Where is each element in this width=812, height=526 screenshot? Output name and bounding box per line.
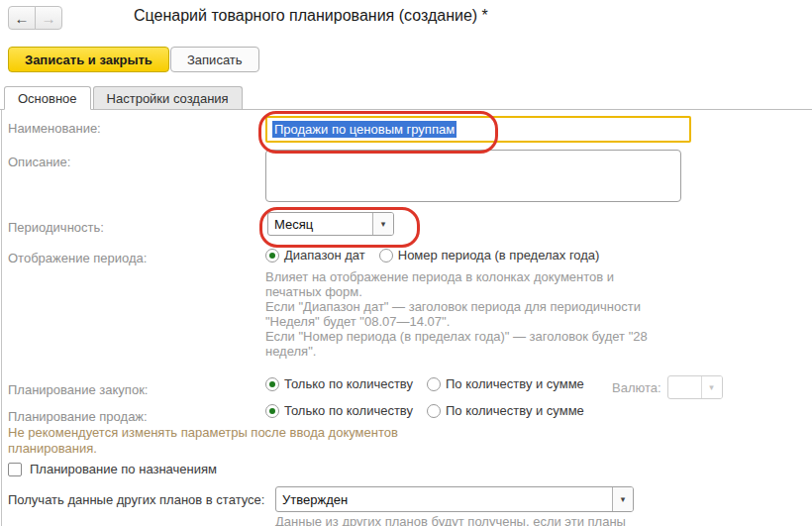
planning-by-purpose-row[interactable]: Планирование по назначениям bbox=[8, 462, 217, 476]
other-plans-status-label: Получать данные других планов в статусе: bbox=[8, 492, 264, 507]
radio-date-range-label: Диапазон дат bbox=[284, 248, 365, 263]
radio-period-number-label: Номер периода (в пределах года) bbox=[398, 248, 600, 263]
radio-date-range[interactable]: Диапазон дат bbox=[265, 248, 365, 263]
periodicity-label: Периодичность: bbox=[8, 220, 104, 235]
radio-unselected-icon[interactable] bbox=[427, 377, 441, 391]
chevron-down-icon[interactable]: ▾ bbox=[372, 213, 393, 235]
radio-sales-qty-sum[interactable]: По количеству и сумме bbox=[427, 403, 584, 418]
warning-text: Не рекомендуется изменять параметры посл… bbox=[8, 425, 454, 457]
pane-left-border bbox=[1, 109, 2, 526]
chevron-down-icon[interactable]: ▾ bbox=[612, 487, 633, 511]
chevron-down-icon: ▾ bbox=[701, 376, 722, 398]
radio-purchase-qty-only[interactable]: Только по количеству bbox=[265, 376, 413, 391]
currency-select: ▾ bbox=[667, 375, 723, 399]
save-button[interactable]: Записать bbox=[170, 47, 259, 72]
save-and-close-button[interactable]: Записать и закрыть bbox=[8, 47, 169, 72]
forward-arrow-icon[interactable]: → bbox=[35, 6, 62, 30]
radio-selected-icon[interactable] bbox=[265, 377, 279, 391]
radio-sales-qty-sum-label: По количеству и сумме bbox=[446, 403, 584, 418]
back-arrow-icon[interactable]: ← bbox=[8, 6, 36, 30]
radio-purchase-qty-sum[interactable]: По количеству и сумме bbox=[427, 376, 584, 391]
currency-group: Валюта: ▾ bbox=[612, 375, 723, 399]
other-plans-status-hint-clipped: Данные из других планов будут получены, … bbox=[275, 514, 691, 526]
radio-unselected-icon[interactable] bbox=[379, 249, 393, 263]
name-input[interactable]: Продажи по ценовым группам bbox=[265, 116, 691, 143]
radio-sales-qty-only[interactable]: Только по количеству bbox=[265, 403, 413, 418]
name-input-selected-text: Продажи по ценовым группам bbox=[272, 121, 457, 138]
currency-value bbox=[668, 376, 701, 398]
sales-planning-options: Только по количеству По количеству и сум… bbox=[265, 403, 584, 418]
radio-purchase-qty-sum-label: По количеству и сумме bbox=[446, 376, 584, 391]
description-textarea[interactable] bbox=[265, 150, 681, 202]
sales-planning-label: Планирование продаж: bbox=[8, 409, 148, 424]
periodicity-value: Месяц bbox=[268, 213, 372, 235]
radio-selected-icon[interactable] bbox=[265, 404, 279, 418]
radio-sales-qty-only-label: Только по количеству bbox=[284, 403, 413, 418]
purchase-planning-label: Планирование закупок: bbox=[8, 382, 148, 397]
page-title: Сценарий товарного планирования (создани… bbox=[134, 7, 488, 25]
period-display-hint: Влияет на отображение периода в колонках… bbox=[265, 269, 721, 359]
planning-by-purpose-label: Планирование по назначениям bbox=[30, 462, 217, 476]
radio-unselected-icon[interactable] bbox=[427, 404, 441, 418]
history-nav: ← → bbox=[8, 6, 62, 30]
description-label: Описание: bbox=[8, 155, 70, 169]
periodicity-select[interactable]: Месяц ▾ bbox=[267, 212, 394, 236]
period-display-label: Отображение периода: bbox=[8, 251, 147, 265]
tab-bar: Основное Настройки создания bbox=[4, 86, 243, 110]
radio-purchase-qty-only-label: Только по количеству bbox=[284, 376, 413, 391]
radio-selected-icon[interactable] bbox=[265, 249, 279, 263]
name-label: Наименование: bbox=[8, 121, 101, 136]
purchase-planning-options: Только по количеству По количеству и сум… bbox=[265, 376, 584, 391]
tab-main[interactable]: Основное bbox=[4, 86, 91, 110]
tab-creation-settings[interactable]: Настройки создания bbox=[93, 86, 243, 110]
other-plans-status-select[interactable]: Утвержден ▾ bbox=[275, 486, 634, 512]
other-plans-status-value: Утвержден bbox=[276, 487, 612, 511]
period-display-options: Диапазон дат Номер периода (в пределах г… bbox=[265, 248, 599, 263]
checkbox-unchecked-icon[interactable] bbox=[8, 463, 22, 476]
radio-period-number[interactable]: Номер периода (в пределах года) bbox=[379, 248, 600, 263]
currency-label: Валюта: bbox=[612, 380, 661, 395]
